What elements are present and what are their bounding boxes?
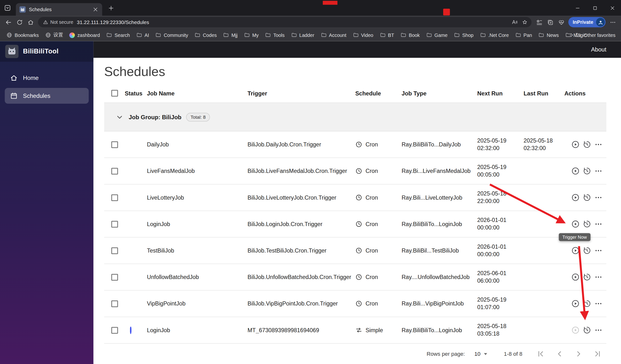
job-type: Ray.BiliBiliTo...LoginJob: [402, 327, 462, 333]
bookmark-item[interactable]: .Net Core: [477, 31, 512, 39]
bookmark-item[interactable]: Codes: [191, 31, 220, 39]
bookmarks-overflow-icon[interactable]: [568, 32, 575, 39]
bookmark-item[interactable]: 设置: [42, 31, 66, 40]
history-button[interactable]: [583, 220, 591, 229]
browser-essentials-icon[interactable]: [556, 17, 567, 27]
bookmark-item[interactable]: News: [535, 31, 562, 39]
history-button[interactable]: [583, 140, 591, 149]
trigger-now-button[interactable]: [571, 273, 580, 281]
trigger-now-button[interactable]: [571, 140, 580, 149]
bookmark-item[interactable]: Community: [152, 31, 191, 39]
row-checkbox[interactable]: [111, 327, 118, 334]
job-name: UnfollowBatchedJob: [147, 274, 248, 280]
row-checkbox[interactable]: [111, 194, 118, 201]
new-tab-button[interactable]: [108, 5, 114, 12]
minimize-button[interactable]: [569, 0, 586, 16]
bookmark-item[interactable]: AI: [133, 31, 152, 39]
more-horiz-icon: [594, 326, 603, 335]
bookmark-item[interactable]: Search: [103, 31, 133, 39]
history-icon: [583, 246, 591, 255]
sidebar-item-schedules[interactable]: Schedules: [5, 88, 89, 104]
security-indicator[interactable]: Not secure: [43, 19, 73, 25]
more-actions-button[interactable]: [594, 273, 603, 281]
job-name: LiveLotteryJob: [147, 194, 248, 200]
more-actions-button[interactable]: [594, 299, 603, 308]
history-button[interactable]: [583, 166, 591, 175]
row-checkbox[interactable]: [111, 300, 118, 307]
next-page-button[interactable]: [574, 349, 583, 359]
bookmark-item[interactable]: Tools: [262, 31, 288, 39]
schedule-type: Cron: [355, 220, 402, 228]
browser-tab[interactable]: Schedules: [16, 3, 102, 16]
last-page-button[interactable]: [593, 349, 602, 359]
bookmark-item[interactable]: Shop: [451, 31, 477, 39]
inprivate-badge[interactable]: InPrivate: [568, 17, 605, 27]
bookmark-item[interactable]: Book: [397, 31, 423, 39]
maximize-button[interactable]: [586, 0, 604, 16]
row-checkbox[interactable]: [111, 141, 118, 148]
tab-actions-icon[interactable]: [4, 4, 12, 12]
profile-avatar[interactable]: [596, 18, 605, 26]
home-icon[interactable]: [25, 17, 36, 27]
back-icon[interactable]: [3, 17, 14, 27]
trigger-now-button[interactable]: [571, 220, 580, 229]
row-checkbox[interactable]: [111, 167, 118, 174]
folder-icon: [454, 32, 460, 38]
history-button[interactable]: [583, 299, 591, 308]
column-header-schedule: Schedule: [355, 90, 402, 96]
bookmark-label: 设置: [53, 32, 63, 38]
other-favorites[interactable]: Other favorites: [575, 32, 618, 38]
bookmark-item[interactable]: Pan: [512, 31, 535, 39]
trigger-now-button[interactable]: [571, 299, 580, 308]
bookmark-item[interactable]: BT: [376, 31, 397, 39]
row-checkbox[interactable]: [111, 247, 118, 254]
schedule-type: Cron: [355, 194, 402, 201]
bookmark-item[interactable]: Account: [318, 31, 350, 39]
history-button[interactable]: [583, 246, 591, 255]
history-button[interactable]: [583, 193, 591, 202]
close-button[interactable]: [604, 0, 621, 16]
more-actions-button[interactable]: [594, 166, 603, 175]
first-page-button[interactable]: [536, 349, 545, 359]
nav-label: Schedules: [23, 93, 51, 99]
select-all-checkbox[interactable]: [111, 90, 118, 97]
trigger-now-button[interactable]: [571, 193, 580, 202]
prev-page-button[interactable]: [555, 349, 564, 359]
table-row: UnfollowBatchedJob BiliJob.UnfollowBatch…: [104, 264, 606, 290]
more-actions-button[interactable]: [594, 326, 603, 335]
bookmark-item[interactable]: zashboard: [66, 31, 103, 39]
refresh-icon[interactable]: [14, 17, 25, 27]
trigger-now-button[interactable]: [571, 246, 580, 255]
more-actions-button[interactable]: [594, 246, 603, 255]
about-button[interactable]: About: [591, 46, 606, 53]
row-checkbox[interactable]: [111, 274, 118, 281]
collapse-group-icon[interactable]: [115, 113, 124, 121]
trigger-now-button[interactable]: [571, 166, 580, 175]
rows-per-page-select[interactable]: 10: [474, 351, 487, 357]
history-button[interactable]: [583, 273, 591, 281]
collections-icon[interactable]: [544, 17, 556, 27]
tab-favicon-icon: [19, 6, 26, 13]
bookmark-item[interactable]: Mjj: [220, 31, 241, 39]
url-text[interactable]: 31.22.111.129:22330/Schedules: [77, 19, 149, 25]
settings-more-icon[interactable]: [607, 17, 618, 27]
read-aloud-icon[interactable]: [509, 17, 519, 27]
bookmark-item[interactable]: Game: [423, 31, 451, 39]
trigger-now-button[interactable]: [571, 326, 580, 335]
row-checkbox[interactable]: [111, 221, 118, 228]
more-actions-button[interactable]: [594, 220, 603, 229]
bookmark-item[interactable]: Ladder: [288, 31, 317, 39]
more-actions-button[interactable]: [594, 193, 603, 202]
bookmark-item[interactable]: Video: [350, 31, 377, 39]
history-button[interactable]: [583, 326, 591, 335]
more-actions-button[interactable]: [594, 140, 603, 149]
address-bar[interactable]: Not secure 31.22.111.129:22330/Schedules: [38, 17, 531, 27]
favorite-star-icon[interactable]: [520, 17, 530, 27]
tab-close-icon[interactable]: [92, 6, 99, 13]
sidebar-item-home[interactable]: Home: [5, 70, 89, 86]
inprivate-label: InPrivate: [573, 19, 593, 25]
bookmark-item[interactable]: My: [241, 31, 262, 39]
bookmark-item[interactable]: Bookmarks: [3, 31, 42, 39]
favorites-bar-icon[interactable]: [534, 17, 545, 27]
more-horiz-icon: [594, 220, 603, 229]
